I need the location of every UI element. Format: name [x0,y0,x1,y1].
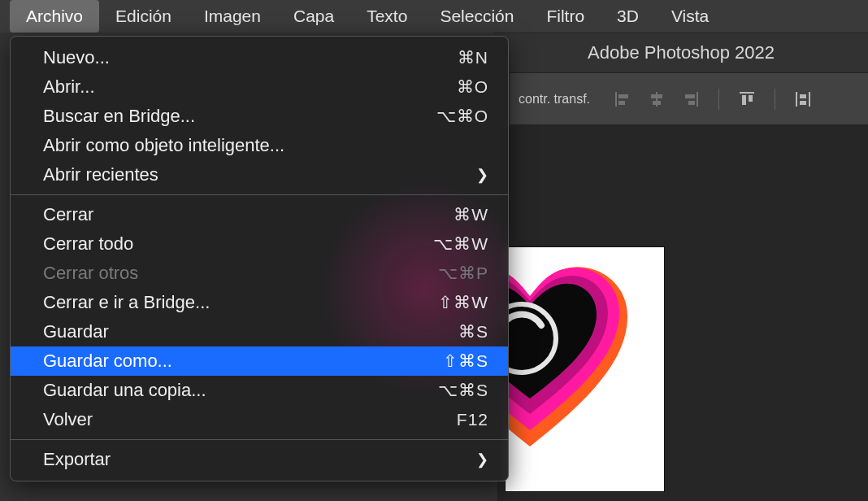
menu-item-cerrar-todo[interactable]: Cerrar todo ⌥⌘W [11,229,508,259]
menu-item-guardar-copia[interactable]: Guardar una copia... ⌥⌘S [11,376,508,405]
menu-item-label: Cerrar otros [43,263,138,284]
menubar-item-3d[interactable]: 3D [601,0,655,33]
menu-item-label: Exportar [43,449,111,470]
menu-item-exportar[interactable]: Exportar ❯ [11,445,508,474]
menu-item-shortcut: ⌥⌘W [433,234,488,254]
menu-item-label: Abrir como objeto inteligente... [43,135,284,156]
canvas[interactable] [497,125,868,501]
options-toolbar: contr. transf. [510,73,868,125]
svg-rect-7 [685,94,695,98]
menubar-item-filtro[interactable]: Filtro [530,0,601,33]
svg-rect-11 [749,95,753,102]
menubar-item-seleccion[interactable]: Selección [423,0,530,33]
menu-item-cerrar-ir-bridge[interactable]: Cerrar e ir a Bridge... ⇧⌘W [11,288,508,317]
menu-item-shortcut: F12 [457,410,488,429]
svg-rect-12 [796,92,797,107]
window-title: Adobe Photoshop 2022 [494,33,868,73]
menu-item-buscar-bridge[interactable]: Buscar en Bridge... ⌥⌘O [11,102,508,131]
menu-item-label: Guardar [43,321,109,342]
align-left-icon[interactable] [611,88,634,111]
menu-item-shortcut: ⌘O [457,77,488,97]
svg-rect-13 [809,92,810,107]
menu-item-label: Abrir recientes [43,164,158,185]
menu-item-abrir-recientes[interactable]: Abrir recientes ❯ [11,160,508,190]
chevron-right-icon: ❯ [476,451,488,468]
menu-item-shortcut: ⇧⌘W [438,293,488,312]
file-menu-dropdown: Nuevo... ⌘N Abrir... ⌘O Buscar en Bridge… [10,36,509,481]
menubar-item-imagen[interactable]: Imagen [188,0,277,33]
menu-item-label: Nuevo... [43,47,110,68]
svg-rect-9 [740,92,754,94]
menubar-item-edicion[interactable]: Edición [99,0,188,33]
menu-item-label: Guardar una copia... [43,380,206,401]
menu-item-guardar-como[interactable]: Guardar como... ⇧⌘S [11,346,508,376]
svg-rect-2 [618,101,625,105]
svg-rect-1 [618,94,628,98]
document-canvas[interactable] [506,247,664,491]
menu-item-label: Cerrar [43,204,93,225]
menu-item-label: Cerrar todo [43,233,133,255]
svg-rect-0 [615,92,617,107]
menu-item-nuevo[interactable]: Nuevo... ⌘N [11,43,508,72]
align-top-icon[interactable] [736,88,758,111]
menu-item-volver[interactable]: Volver F12 [11,405,508,434]
svg-rect-6 [697,92,698,107]
menu-item-abrir[interactable]: Abrir... ⌘O [11,72,508,102]
menu-item-cerrar[interactable]: Cerrar ⌘W [11,200,508,229]
menu-item-guardar[interactable]: Guardar ⌘S [11,317,508,346]
toolbar-separator [775,89,775,110]
menu-item-shortcut: ⌥⌘S [438,381,488,400]
heart-logo-icon [506,247,636,459]
chevron-right-icon: ❯ [476,166,488,184]
menu-separator [11,439,508,440]
menu-item-shortcut: ⌥⌘P [438,264,488,283]
menubar-item-vista[interactable]: Vista [655,0,725,33]
svg-rect-5 [653,101,661,105]
menu-separator [11,194,508,195]
svg-rect-14 [800,94,806,98]
distribute-icon[interactable] [792,88,814,111]
svg-rect-8 [688,101,695,105]
menu-item-label: Abrir... [43,76,95,98]
svg-rect-15 [800,101,806,105]
menu-item-shortcut: ⌥⌘O [436,107,488,126]
menu-item-shortcut: ⌘W [454,205,488,224]
menu-item-cerrar-otros: Cerrar otros ⌥⌘P [11,259,508,288]
menu-item-label: Guardar como... [43,351,172,372]
svg-rect-4 [651,94,662,98]
menu-item-abrir-objeto-inteligente[interactable]: Abrir como objeto inteligente... [11,131,508,160]
menu-item-label: Buscar en Bridge... [43,106,195,127]
menubar: Archivo Edición Imagen Capa Texto Selecc… [0,0,868,33]
menubar-item-texto[interactable]: Texto [350,0,423,33]
toolbar-label: contr. transf. [519,92,590,107]
toolbar-separator [718,89,719,110]
svg-rect-10 [742,95,746,105]
menubar-item-capa[interactable]: Capa [277,0,350,33]
menubar-item-archivo[interactable]: Archivo [10,0,99,33]
align-center-h-icon[interactable] [645,88,668,111]
menu-item-shortcut: ⇧⌘S [443,351,488,371]
menu-item-shortcut: ⌘N [458,48,488,68]
align-right-icon[interactable] [679,88,702,111]
menu-item-label: Volver [43,409,93,430]
menu-item-shortcut: ⌘S [458,322,488,342]
menu-item-label: Cerrar e ir a Bridge... [43,292,210,313]
